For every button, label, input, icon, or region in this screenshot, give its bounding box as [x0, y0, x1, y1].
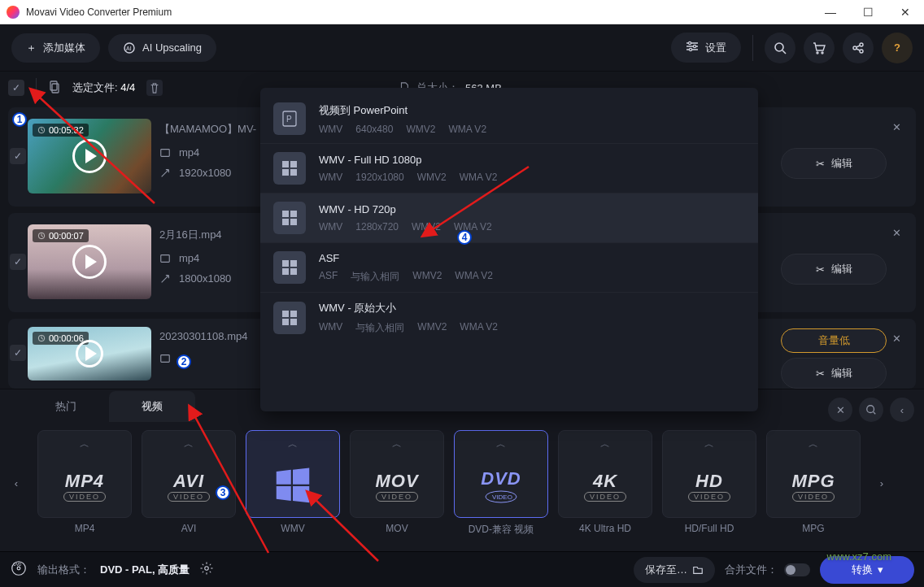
sliders-icon: [686, 40, 699, 55]
ai-upscaling-button[interactable]: AI AI Upscaling: [108, 34, 216, 62]
help-icon: ?: [894, 41, 900, 54]
duration-badge: 00:05:32: [33, 124, 89, 137]
file-thumbnail[interactable]: 00:00:07: [28, 224, 151, 299]
file-format: m: [179, 352, 188, 364]
chevron-up-icon: ︿: [80, 437, 89, 451]
save-to-button[interactable]: 保存至…: [634, 557, 715, 583]
svg-text:P: P: [286, 115, 292, 124]
remove-file-button[interactable]: ✕: [887, 328, 906, 348]
plus-icon: ＋: [26, 41, 37, 55]
format-box: ︿MP4VIDEO: [37, 430, 132, 518]
edit-button[interactable]: 编辑: [781, 148, 887, 179]
play-icon[interactable]: [72, 139, 107, 173]
clear-search-button[interactable]: ✕: [828, 398, 852, 422]
edit-button[interactable]: 编辑: [781, 358, 887, 389]
settings-label: 设置: [705, 41, 726, 55]
remove-file-button[interactable]: ✕: [887, 117, 906, 137]
chevron-up-icon: ︿: [288, 437, 298, 451]
search-format-button[interactable]: [859, 398, 883, 422]
file-resolution: 1920x1080: [179, 167, 231, 179]
format-logo: [271, 454, 315, 517]
format-card[interactable]: ︿MOVVIDEOMOV: [350, 430, 444, 537]
format-card[interactable]: ︿DVDVIDEODVD-兼容 视频: [454, 430, 548, 537]
help-button[interactable]: ?: [882, 33, 913, 63]
svg-text:VIDEO: VIDEO: [492, 494, 512, 501]
chevron-up-icon: ︿: [184, 437, 194, 451]
preset-title: 视频到 PowerPoint: [319, 103, 486, 118]
format-box: ︿MPGVIDEO: [766, 430, 861, 518]
maximize-button[interactable]: ☐: [849, 0, 887, 24]
svg-rect-11: [50, 81, 57, 90]
file-duration: 00:00:07: [49, 231, 84, 241]
format-card[interactable]: ︿HDVIDEOHD/Full HD: [662, 430, 756, 537]
search-icon: [774, 41, 787, 54]
file-thumbnail[interactable]: 00:05:32: [28, 119, 151, 193]
svg-point-9: [860, 43, 863, 46]
selbar-separator: [36, 78, 37, 98]
output-settings-button[interactable]: [199, 561, 214, 578]
play-icon[interactable]: [76, 340, 103, 367]
format-card[interactable]: ︿WMV: [246, 430, 340, 537]
carousel-prev[interactable]: ‹: [5, 435, 28, 533]
carousel-next[interactable]: ›: [870, 435, 893, 533]
share-button[interactable]: [843, 33, 874, 63]
select-all-checkbox[interactable]: ✓: [8, 80, 24, 96]
format-card[interactable]: ︿4KVIDEO4K Ultra HD: [558, 430, 652, 537]
preset-row[interactable]: ASFASF与输入相同WMV2WMA V2: [260, 243, 758, 293]
preset-row[interactable]: P视频到 PowerPointWMV640x480WMV2WMA V2: [260, 94, 758, 144]
gear-icon: [199, 561, 214, 576]
add-media-label: 添加媒体: [43, 41, 85, 55]
format-label: MP4: [37, 523, 132, 534]
svg-text:DVD: DVD: [14, 563, 22, 567]
play-icon[interactable]: [72, 245, 107, 279]
file-format-icon: [159, 253, 171, 264]
format-label: MOV: [350, 523, 444, 534]
watermark: www.xz7.com: [827, 550, 891, 563]
main-toolbar: ＋ 添加媒体 AI AI Upscaling 设置 ?: [0, 24, 924, 72]
format-label: DVD-兼容 视频: [454, 523, 548, 537]
tab-video[interactable]: 视频: [109, 391, 195, 422]
format-logo: MOVVIDEO: [375, 454, 418, 517]
svg-point-27: [205, 567, 209, 571]
preset-row[interactable]: WMV - 原始大小WMV与输入相同WMV2WMA V2: [260, 293, 758, 343]
settings-button[interactable]: 设置: [671, 33, 741, 63]
cart-button[interactable]: [804, 33, 835, 63]
merge-files-toggle[interactable]: 合并文件：: [725, 563, 810, 577]
format-card[interactable]: ︿MP4VIDEOMP4: [37, 430, 132, 537]
minimize-button[interactable]: —: [812, 0, 849, 24]
trash-icon: [149, 82, 160, 93]
preset-row[interactable]: WMV - Full HD 1080pWMV1920x1080WMV2WMA V…: [260, 144, 758, 193]
remove-file-button[interactable]: ✕: [887, 223, 906, 242]
format-box: ︿MOVVIDEO: [350, 430, 444, 518]
close-button[interactable]: ✕: [887, 0, 924, 24]
svg-point-21: [867, 406, 874, 413]
file-checkbox[interactable]: ✓: [10, 254, 26, 270]
format-logo: AVIVIDEO: [168, 454, 210, 517]
folder-icon: [692, 564, 704, 576]
expand-button[interactable]: ‹: [890, 398, 914, 422]
ai-upscaling-label: AI Upscaling: [142, 41, 202, 54]
file-resolution: 1800x1080: [179, 272, 231, 285]
tab-hot[interactable]: 热门: [23, 391, 109, 422]
audio-low-warning[interactable]: 音量低: [781, 328, 887, 353]
preset-text: WMV - Full HD 1080pWMV1920x1080WMV2WMA V…: [319, 154, 497, 183]
format-label: MPG: [766, 523, 861, 534]
search-button[interactable]: [765, 33, 795, 63]
dvd-output-icon: DVD: [10, 559, 28, 580]
svg-rect-12: [52, 84, 59, 93]
svg-point-7: [822, 52, 823, 54]
delete-button[interactable]: [146, 80, 163, 96]
svg-point-25: [17, 567, 20, 570]
preset-row[interactable]: WMV - HD 720pWMV1280x720WMV2WMA V2: [260, 193, 758, 243]
format-card[interactable]: ︿MPGVIDEOMPG: [766, 430, 861, 537]
selected-files-count: 4/4: [120, 81, 135, 93]
file-thumbnail[interactable]: 00:00:06: [28, 327, 151, 380]
file-checkbox[interactable]: ✓: [10, 345, 26, 361]
format-card[interactable]: ︿AVIVIDEOAVI: [142, 430, 236, 537]
windows-icon: [273, 251, 306, 284]
add-media-button[interactable]: ＋ 添加媒体: [11, 33, 100, 63]
edit-button[interactable]: 编辑: [781, 254, 887, 285]
file-checkbox[interactable]: ✓: [10, 148, 26, 164]
svg-rect-14: [161, 149, 170, 156]
preset-text: WMV - 原始大小WMV与输入相同WMV2WMA V2: [319, 301, 498, 335]
